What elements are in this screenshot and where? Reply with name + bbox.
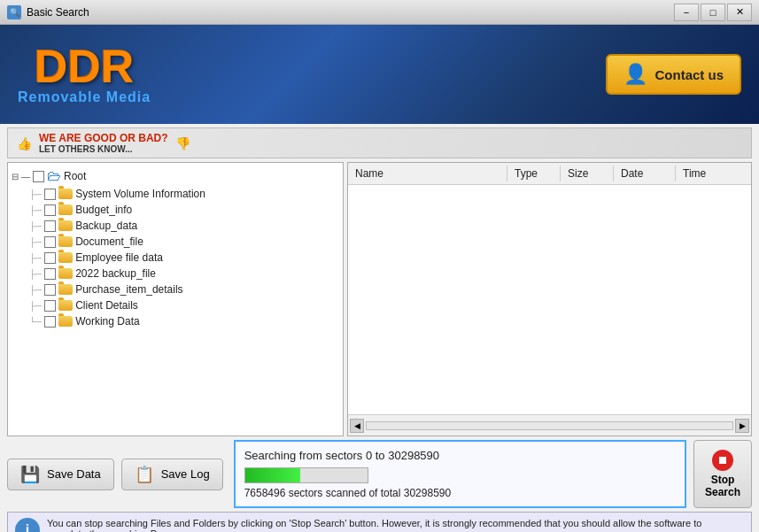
item-checkbox[interactable]	[44, 300, 56, 312]
contact-icon: 👤	[623, 63, 647, 86]
folder-icon	[58, 220, 73, 231]
item-label: System Volume Information	[75, 188, 205, 200]
feedback-sub: LET OTHERS KNOW...	[39, 144, 168, 154]
col-name[interactable]: Name	[348, 166, 507, 181]
list-item[interactable]: └─ Working Data	[29, 313, 339, 329]
col-date[interactable]: Date	[614, 166, 676, 181]
scroll-track[interactable]	[366, 421, 733, 430]
folder-icon	[58, 284, 73, 295]
item-label: Employee file data	[75, 251, 163, 264]
list-item[interactable]: ├─ Client Details	[29, 297, 339, 313]
window-title: Basic Search	[27, 6, 89, 19]
folder-icon	[58, 268, 73, 279]
stop-search-button[interactable]: ⏹ StopSearch	[693, 440, 752, 508]
folder-icon	[58, 252, 73, 263]
info-bar: i You can stop searching Files and Folde…	[7, 512, 752, 532]
item-label: Working Data	[75, 315, 139, 328]
scroll-area: ◀ ▶	[348, 414, 751, 436]
col-type[interactable]: Type	[507, 166, 561, 181]
search-progress-box: Searching from sectors 0 to 30298590 765…	[234, 440, 686, 508]
list-item[interactable]: ├─ System Volume Information	[29, 186, 339, 202]
scroll-right-button[interactable]: ▶	[735, 419, 749, 433]
save-log-button[interactable]: 📋 Save Log	[121, 459, 223, 490]
item-checkbox[interactable]	[44, 236, 56, 248]
contact-button[interactable]: 👤 Contact us	[606, 54, 741, 95]
folder-icon	[58, 316, 73, 327]
info-text: You can stop searching Files and Folders…	[47, 518, 744, 532]
tree-branch-icon: ├─	[29, 301, 42, 311]
item-label: Backup_data	[75, 220, 137, 232]
item-checkbox[interactable]	[44, 268, 56, 280]
list-item[interactable]: ├─ Employee file data	[29, 250, 339, 266]
item-checkbox[interactable]	[44, 316, 56, 328]
item-checkbox[interactable]	[44, 284, 56, 296]
tree-children: ├─ System Volume Information ├─ Budget_i…	[12, 186, 339, 329]
col-time[interactable]: Time	[676, 166, 720, 181]
file-panel: Name Type Size Date Time ◀ ▶	[347, 162, 752, 436]
tree-branch-icon: ├─	[29, 253, 42, 263]
item-label: 2022 backup_file	[75, 267, 156, 280]
item-label: Document_file	[75, 235, 143, 248]
tree-connector: —	[21, 172, 30, 181]
list-item[interactable]: ├─ Budget_info	[29, 202, 339, 218]
tree-branch-icon: ├─	[29, 237, 42, 247]
feedback-icon: 👍	[17, 136, 32, 150]
item-label: Purchase_item_details	[75, 283, 182, 296]
tree-root-row[interactable]: ⊟ — 🗁 Root	[12, 166, 339, 186]
header-logo: DDR Removable Media	[18, 43, 151, 105]
removable-media-text: Removable Media	[18, 89, 151, 105]
root-checkbox[interactable]	[33, 171, 44, 182]
tree-branch-icon: ├─	[29, 269, 42, 279]
item-checkbox[interactable]	[44, 220, 56, 232]
minimize-button[interactable]: −	[674, 4, 699, 21]
folder-icon	[58, 189, 73, 199]
maximize-button[interactable]: □	[701, 4, 725, 21]
searching-text: Searching from sectors 0 to 30298590	[244, 449, 676, 462]
title-bar: 🔍 Basic Search − □ ✕	[0, 0, 759, 25]
tree-branch-icon: ├─	[29, 285, 42, 295]
close-button[interactable]: ✕	[727, 4, 752, 21]
folder-icon	[58, 204, 73, 215]
file-header: Name Type Size Date Time	[348, 163, 751, 185]
app-icon: 🔍	[7, 5, 21, 19]
list-item[interactable]: ├─ Purchase_item_details	[29, 281, 339, 297]
file-body	[348, 185, 751, 414]
folder-icon	[58, 236, 73, 247]
tree-branch-icon: ├─	[29, 205, 42, 215]
save-log-label: Save Log	[161, 467, 210, 481]
scroll-left-button[interactable]: ◀	[350, 419, 364, 433]
progress-bar-container	[244, 467, 368, 483]
title-bar-left: 🔍 Basic Search	[7, 5, 89, 19]
info-icon: i	[15, 518, 40, 532]
tree-branch-icon: ├─	[29, 221, 42, 231]
list-item[interactable]: ├─ Backup_data	[29, 218, 339, 234]
item-label: Budget_info	[75, 204, 132, 216]
tree-branch-icon: └─	[29, 317, 42, 327]
header: DDR Removable Media 👤 Contact us	[0, 25, 759, 124]
item-checkbox[interactable]	[44, 252, 56, 264]
save-data-icon: 💾	[20, 465, 40, 484]
tree-panel[interactable]: ⊟ — 🗁 Root ├─ System Volume Information …	[7, 162, 344, 436]
item-checkbox[interactable]	[44, 189, 56, 200]
bottom-area: 💾 Save Data 📋 Save Log Searching from se…	[7, 440, 752, 508]
feedback-banner[interactable]: 👍 WE ARE GOOD OR BAD? LET OTHERS KNOW...…	[7, 127, 752, 158]
contact-label: Contact us	[654, 67, 724, 82]
save-data-button[interactable]: 💾 Save Data	[7, 459, 114, 490]
item-label: Client Details	[75, 299, 138, 312]
item-checkbox[interactable]	[44, 204, 56, 216]
sectors-text: 7658496 sectors scanned of total 3029859…	[244, 487, 676, 499]
ddr-logo-text: DDR	[35, 43, 135, 89]
progress-bar-fill	[245, 468, 300, 482]
folder-icon	[58, 300, 73, 311]
stop-icon: ⏹	[712, 450, 733, 471]
tree-branch-icon: ├─	[29, 189, 42, 199]
col-size[interactable]: Size	[561, 166, 614, 181]
list-item[interactable]: ├─ 2022 backup_file	[29, 266, 339, 281]
save-log-icon: 📋	[135, 465, 154, 484]
save-data-label: Save Data	[47, 467, 101, 481]
list-item[interactable]: ├─ Document_file	[29, 234, 339, 250]
tree-root-label: Root	[64, 170, 86, 182]
tree-toggle[interactable]: ⊟	[12, 172, 19, 181]
feedback-icon-right: 👎	[175, 136, 190, 150]
feedback-text: WE ARE GOOD OR BAD? LET OTHERS KNOW...	[39, 132, 168, 154]
